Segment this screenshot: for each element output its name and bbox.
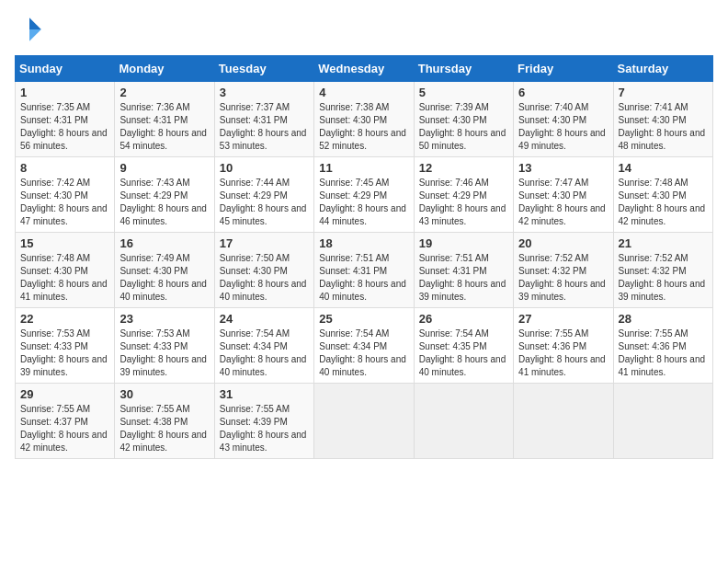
calendar-cell: 11Sunrise: 7:45 AMSunset: 4:29 PMDayligh…	[314, 157, 414, 233]
day-number: 28	[619, 312, 708, 326]
weekday-header-wednesday: Wednesday	[314, 56, 414, 82]
svg-marker-0	[29, 17, 41, 29]
day-number: 27	[518, 312, 608, 326]
day-info: Sunrise: 7:46 AMSunset: 4:29 PMDaylight:…	[419, 177, 508, 228]
calendar-cell: 26Sunrise: 7:54 AMSunset: 4:35 PMDayligh…	[414, 308, 513, 384]
weekday-header-thursday: Thursday	[414, 56, 513, 82]
page-header	[15, 15, 713, 44]
calendar-cell: 24Sunrise: 7:54 AMSunset: 4:34 PMDayligh…	[214, 308, 313, 384]
day-info: Sunrise: 7:49 AMSunset: 4:30 PMDaylight:…	[119, 252, 209, 304]
calendar-cell: 23Sunrise: 7:53 AMSunset: 4:33 PMDayligh…	[115, 308, 214, 384]
day-info: Sunrise: 7:55 AMSunset: 4:36 PMDaylight:…	[619, 327, 708, 379]
calendar-cell: 9Sunrise: 7:43 AMSunset: 4:29 PMDaylight…	[115, 157, 214, 233]
day-info: Sunrise: 7:47 AMSunset: 4:30 PMDaylight:…	[518, 177, 608, 228]
calendar-cell: 1Sunrise: 7:35 AMSunset: 4:31 PMDaylight…	[16, 82, 115, 157]
calendar-week-1: 1Sunrise: 7:35 AMSunset: 4:31 PMDaylight…	[16, 82, 713, 157]
day-number: 15	[20, 236, 109, 250]
day-number: 26	[419, 312, 508, 326]
day-number: 4	[319, 86, 408, 99]
day-info: Sunrise: 7:55 AMSunset: 4:39 PMDaylight:…	[220, 403, 309, 454]
day-info: Sunrise: 7:35 AMSunset: 4:31 PMDaylight:…	[20, 101, 109, 153]
logo	[15, 15, 48, 44]
day-info: Sunrise: 7:51 AMSunset: 4:31 PMDaylight:…	[419, 252, 508, 304]
calendar-week-3: 15Sunrise: 7:48 AMSunset: 4:30 PMDayligh…	[16, 233, 713, 308]
day-number: 10	[220, 161, 309, 175]
day-number: 11	[319, 161, 408, 175]
calendar-cell: 5Sunrise: 7:39 AMSunset: 4:30 PMDaylight…	[414, 82, 513, 157]
calendar-cell: 10Sunrise: 7:44 AMSunset: 4:29 PMDayligh…	[214, 157, 313, 233]
day-number: 16	[119, 236, 209, 250]
calendar-week-2: 8Sunrise: 7:42 AMSunset: 4:30 PMDaylight…	[16, 157, 713, 233]
day-info: Sunrise: 7:55 AMSunset: 4:38 PMDaylight:…	[119, 403, 209, 454]
calendar-week-5: 29Sunrise: 7:55 AMSunset: 4:37 PMDayligh…	[16, 384, 713, 459]
day-info: Sunrise: 7:55 AMSunset: 4:37 PMDaylight:…	[20, 403, 109, 454]
day-number: 24	[220, 312, 309, 326]
day-number: 31	[220, 387, 309, 401]
day-number: 7	[619, 86, 708, 99]
calendar-cell: 30Sunrise: 7:55 AMSunset: 4:38 PMDayligh…	[115, 384, 214, 459]
calendar-cell: 27Sunrise: 7:55 AMSunset: 4:36 PMDayligh…	[514, 308, 613, 384]
weekday-header-friday: Friday	[514, 56, 613, 82]
calendar-cell: 25Sunrise: 7:54 AMSunset: 4:34 PMDayligh…	[314, 308, 414, 384]
day-number: 13	[518, 161, 608, 175]
day-info: Sunrise: 7:52 AMSunset: 4:32 PMDaylight:…	[619, 252, 708, 304]
calendar-cell: 17Sunrise: 7:50 AMSunset: 4:30 PMDayligh…	[214, 233, 313, 308]
day-info: Sunrise: 7:40 AMSunset: 4:30 PMDaylight:…	[518, 101, 608, 153]
logo-icon	[15, 15, 44, 44]
calendar-cell: 8Sunrise: 7:42 AMSunset: 4:30 PMDaylight…	[16, 157, 115, 233]
day-info: Sunrise: 7:52 AMSunset: 4:32 PMDaylight:…	[518, 252, 608, 304]
day-number: 9	[119, 161, 209, 175]
day-number: 14	[619, 161, 708, 175]
calendar-week-4: 22Sunrise: 7:53 AMSunset: 4:33 PMDayligh…	[16, 308, 713, 384]
day-number: 17	[220, 236, 309, 250]
day-number: 3	[220, 86, 309, 99]
day-number: 18	[319, 236, 408, 250]
day-number: 5	[419, 86, 508, 99]
day-info: Sunrise: 7:48 AMSunset: 4:30 PMDaylight:…	[20, 252, 109, 304]
day-number: 29	[20, 387, 109, 401]
day-number: 30	[119, 387, 209, 401]
day-info: Sunrise: 7:41 AMSunset: 4:30 PMDaylight:…	[619, 101, 708, 153]
day-info: Sunrise: 7:54 AMSunset: 4:34 PMDaylight:…	[319, 327, 408, 379]
calendar-cell: 2Sunrise: 7:36 AMSunset: 4:31 PMDaylight…	[115, 82, 214, 157]
calendar-cell: 6Sunrise: 7:40 AMSunset: 4:30 PMDaylight…	[514, 82, 613, 157]
calendar-table: SundayMondayTuesdayWednesdayThursdayFrid…	[15, 55, 713, 459]
calendar-cell: 4Sunrise: 7:38 AMSunset: 4:30 PMDaylight…	[314, 82, 414, 157]
day-info: Sunrise: 7:45 AMSunset: 4:29 PMDaylight:…	[319, 177, 408, 228]
calendar-cell: 18Sunrise: 7:51 AMSunset: 4:31 PMDayligh…	[314, 233, 414, 308]
calendar-cell: 31Sunrise: 7:55 AMSunset: 4:39 PMDayligh…	[214, 384, 313, 459]
calendar-cell: 16Sunrise: 7:49 AMSunset: 4:30 PMDayligh…	[115, 233, 214, 308]
day-info: Sunrise: 7:48 AMSunset: 4:30 PMDaylight:…	[619, 177, 708, 228]
day-number: 19	[419, 236, 508, 250]
day-info: Sunrise: 7:44 AMSunset: 4:29 PMDaylight:…	[220, 177, 309, 228]
day-number: 1	[20, 86, 109, 99]
weekday-header-tuesday: Tuesday	[214, 56, 313, 82]
calendar-cell: 3Sunrise: 7:37 AMSunset: 4:31 PMDaylight…	[214, 82, 313, 157]
calendar-cell: 20Sunrise: 7:52 AMSunset: 4:32 PMDayligh…	[514, 233, 613, 308]
day-info: Sunrise: 7:53 AMSunset: 4:33 PMDaylight:…	[119, 327, 209, 379]
day-info: Sunrise: 7:43 AMSunset: 4:29 PMDaylight:…	[119, 177, 209, 228]
calendar-cell: 13Sunrise: 7:47 AMSunset: 4:30 PMDayligh…	[514, 157, 613, 233]
day-info: Sunrise: 7:54 AMSunset: 4:35 PMDaylight:…	[419, 327, 508, 379]
day-number: 23	[119, 312, 209, 326]
calendar-cell	[314, 384, 414, 459]
weekday-header-monday: Monday	[115, 56, 214, 82]
day-info: Sunrise: 7:54 AMSunset: 4:34 PMDaylight:…	[220, 327, 309, 379]
day-info: Sunrise: 7:37 AMSunset: 4:31 PMDaylight:…	[220, 101, 309, 153]
weekday-header-saturday: Saturday	[613, 56, 712, 82]
weekday-header-sunday: Sunday	[16, 56, 115, 82]
weekday-header-row: SundayMondayTuesdayWednesdayThursdayFrid…	[16, 56, 713, 82]
day-number: 21	[619, 236, 708, 250]
day-info: Sunrise: 7:53 AMSunset: 4:33 PMDaylight:…	[20, 327, 109, 379]
calendar-cell: 7Sunrise: 7:41 AMSunset: 4:30 PMDaylight…	[613, 82, 712, 157]
day-info: Sunrise: 7:42 AMSunset: 4:30 PMDaylight:…	[20, 177, 109, 228]
day-info: Sunrise: 7:50 AMSunset: 4:30 PMDaylight:…	[220, 252, 309, 304]
day-info: Sunrise: 7:55 AMSunset: 4:36 PMDaylight:…	[518, 327, 608, 379]
day-number: 8	[20, 161, 109, 175]
calendar-cell: 22Sunrise: 7:53 AMSunset: 4:33 PMDayligh…	[16, 308, 115, 384]
day-number: 20	[518, 236, 608, 250]
day-info: Sunrise: 7:39 AMSunset: 4:30 PMDaylight:…	[419, 101, 508, 153]
calendar-cell: 14Sunrise: 7:48 AMSunset: 4:30 PMDayligh…	[613, 157, 712, 233]
calendar-cell	[514, 384, 613, 459]
day-info: Sunrise: 7:38 AMSunset: 4:30 PMDaylight:…	[319, 101, 408, 153]
